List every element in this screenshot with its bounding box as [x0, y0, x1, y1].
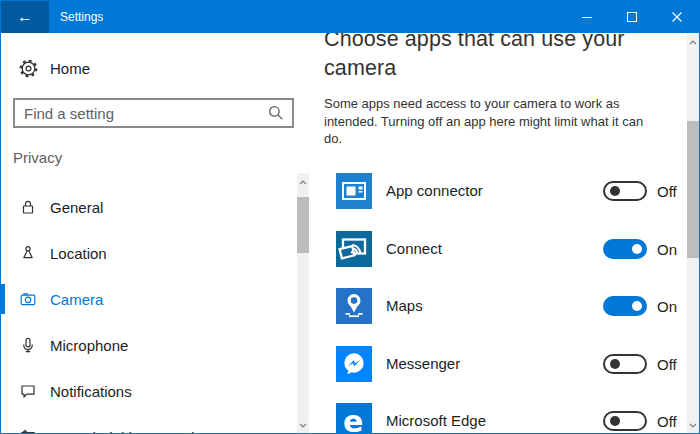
sidebar-item-label: Notifications	[50, 383, 132, 400]
window-controls	[564, 1, 699, 33]
speech-inking-typing-icon	[19, 428, 37, 434]
minimize-button[interactable]	[564, 1, 609, 33]
minimize-icon	[582, 12, 592, 22]
sidebar-item-general[interactable]: General	[1, 184, 297, 230]
edge-e-glyph: e	[343, 404, 363, 434]
app-row-microsoft-edge: e Microsoft Edge Off	[336, 403, 694, 434]
maximize-icon	[627, 12, 637, 22]
page-description: Some apps need access to your camera to …	[324, 95, 664, 148]
sidebar-item-notifications[interactable]: Notifications	[1, 368, 297, 414]
sidebar-item-home[interactable]: Home	[1, 51, 291, 85]
toggle-app-connector[interactable]	[603, 181, 647, 201]
scroll-up-arrow-icon[interactable]	[297, 175, 309, 189]
sidebar-item-label: Camera	[50, 291, 103, 308]
toggle-state-label: Off	[657, 356, 677, 373]
app-connector-icon	[336, 173, 372, 209]
app-name: Maps	[386, 297, 423, 314]
sidebar-item-microphone[interactable]: Microphone	[1, 322, 297, 368]
toggle-microsoft-edge[interactable]	[603, 411, 647, 431]
notifications-icon	[19, 382, 37, 400]
page-title: Choose apps that can use your camera	[324, 25, 672, 83]
sidebar-item-camera[interactable]: Camera	[1, 276, 297, 322]
maximize-button[interactable]	[609, 1, 654, 33]
gear-icon	[19, 59, 38, 78]
messenger-icon	[336, 346, 372, 382]
scroll-down-arrow-icon[interactable]	[297, 418, 309, 432]
connect-icon	[336, 231, 372, 267]
app-row-messenger: Messenger Off	[336, 346, 694, 386]
toggle-knob	[610, 186, 620, 196]
app-row-connect: Connect On	[336, 231, 694, 271]
search-icon	[267, 104, 285, 122]
toggle-knob	[632, 301, 642, 311]
toggle-state-label: On	[657, 241, 677, 258]
toggle-messenger[interactable]	[603, 354, 647, 374]
microsoft-edge-icon: e	[336, 403, 372, 434]
sidebar-scrollbar[interactable]	[297, 173, 309, 434]
sidebar-item-label: General	[50, 199, 103, 216]
selected-indicator	[1, 284, 5, 314]
app-name: Messenger	[386, 355, 460, 372]
app-row-maps: Maps On	[336, 288, 694, 328]
sidebar-item-location[interactable]: Location	[1, 230, 297, 276]
app-name: Microsoft Edge	[386, 412, 486, 429]
sidebar-item-label: Home	[50, 60, 90, 77]
sidebar-item-label: Location	[50, 245, 107, 262]
lock-icon	[19, 198, 37, 216]
microphone-icon	[19, 336, 37, 354]
content-scrollbar-thumb[interactable]	[687, 121, 699, 258]
maps-icon	[336, 288, 372, 324]
titlebar: ← Settings	[1, 1, 699, 33]
window-title: Settings	[60, 1, 103, 33]
toggle-state-label: On	[657, 298, 677, 315]
toggle-knob	[610, 416, 620, 426]
back-arrow-icon: ←	[17, 8, 33, 25]
settings-window: ← Settings Home Privacy	[0, 0, 700, 434]
sidebar-section-privacy: Privacy	[13, 149, 62, 166]
close-button[interactable]	[654, 1, 699, 33]
toggle-knob	[610, 359, 620, 369]
scroll-up-arrow-icon[interactable]	[687, 35, 699, 49]
toggle-state-label: Off	[657, 413, 677, 430]
app-name: Connect	[386, 240, 442, 257]
sidebar-scrollbar-thumb[interactable]	[297, 197, 309, 253]
app-row-app-connector: App connector Off	[336, 173, 694, 213]
back-button[interactable]: ←	[1, 1, 49, 33]
sidebar-item-label: Speech, inking, & typing	[50, 429, 211, 434]
toggle-connect[interactable]	[603, 239, 647, 259]
app-name: App connector	[386, 182, 483, 199]
camera-icon	[19, 290, 37, 308]
search-box	[13, 98, 294, 128]
toggle-maps[interactable]	[603, 296, 647, 316]
close-icon	[672, 12, 682, 22]
toggle-knob	[632, 244, 642, 254]
scroll-down-arrow-icon[interactable]	[687, 418, 699, 432]
toggle-state-label: Off	[657, 183, 677, 200]
search-input[interactable]	[15, 100, 267, 126]
sidebar-item-label: Microphone	[50, 337, 128, 354]
content-scrollbar[interactable]	[687, 33, 699, 434]
sidebar-item-speech-inking-typing[interactable]: Speech, inking, & typing	[1, 414, 297, 434]
location-icon	[19, 244, 37, 262]
